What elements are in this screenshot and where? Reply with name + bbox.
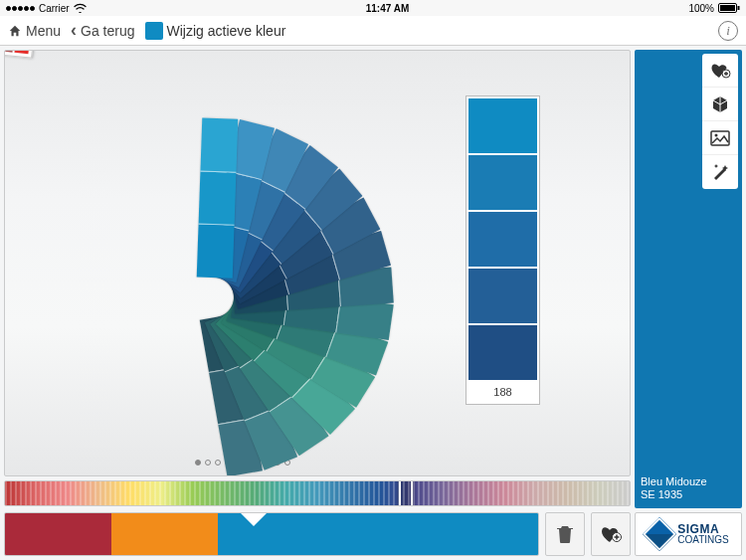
active-color-panel[interactable]: Bleu Midouze SE 1935 <box>635 50 742 508</box>
carrier-label: Carrier <box>39 3 70 14</box>
chevron-left-icon: ‹ <box>71 20 77 41</box>
magic-wand-icon <box>710 162 730 182</box>
page-dot[interactable] <box>205 460 211 466</box>
active-color-code: SE 1935 <box>641 488 736 502</box>
heart-plus-icon <box>600 525 622 543</box>
sigma-logo-icon <box>643 517 676 551</box>
fan-blade[interactable] <box>197 117 239 278</box>
page-title: Wijzig actieve kleur <box>167 23 286 39</box>
active-color-chip <box>145 22 163 40</box>
menu-label: Menu <box>26 23 61 39</box>
swatch-strip-label: 188 <box>468 382 537 402</box>
swatch-cell[interactable] <box>468 98 537 153</box>
heart-plus-icon <box>709 62 731 80</box>
page-dot[interactable] <box>215 460 221 466</box>
palette-active-notch <box>240 512 268 526</box>
back-button[interactable]: ‹ Ga terug <box>71 20 134 41</box>
app-navbar: Menu ‹ Ga terug Wijzig actieve kleur i <box>0 16 746 46</box>
home-icon <box>8 24 22 38</box>
clock-label: 11:47 AM <box>366 3 410 14</box>
active-color-name: Bleu Midouze <box>641 475 736 489</box>
battery-label: 100% <box>688 3 714 14</box>
fan-stage[interactable]: 188 <box>4 50 631 476</box>
brand-sub: COATINGS <box>677 534 728 545</box>
delete-palette-button[interactable] <box>545 512 585 556</box>
cube-icon <box>710 94 730 114</box>
favorite-palette-button[interactable] <box>591 512 631 556</box>
ios-status-bar: Carrier 11:47 AM 100% <box>0 0 746 16</box>
fan-cover-card[interactable] <box>4 50 49 59</box>
back-label: Ga terug <box>81 23 134 39</box>
magic-button[interactable] <box>702 155 738 189</box>
hue-slider[interactable] <box>4 480 631 506</box>
add-favorite-button[interactable] <box>702 54 738 88</box>
trash-icon <box>556 524 574 544</box>
info-button[interactable]: i <box>718 21 738 41</box>
swatch-cell[interactable] <box>468 155 537 210</box>
swatch-cell[interactable] <box>468 325 537 380</box>
hue-slider-handle[interactable] <box>399 480 413 506</box>
svg-point-6 <box>715 133 718 136</box>
signal-icon <box>6 6 35 11</box>
battery-icon <box>718 3 740 13</box>
wifi-icon <box>74 3 87 13</box>
swatch-cell[interactable] <box>468 212 537 267</box>
page-dot[interactable] <box>195 460 201 466</box>
swatch-cell[interactable] <box>468 269 537 323</box>
photo-button[interactable] <box>702 121 738 155</box>
svg-rect-2 <box>738 6 740 10</box>
palette-color[interactable] <box>5 513 111 555</box>
brand-logo-box: SIGMA COATINGS <box>635 512 742 556</box>
picture-icon <box>710 130 730 146</box>
view-3d-button[interactable] <box>702 88 738 121</box>
svg-rect-1 <box>720 5 735 11</box>
swatch-strip[interactable]: 188 <box>466 95 540 405</box>
svg-rect-5 <box>711 131 729 145</box>
title-area: Wijzig actieve kleur <box>145 22 286 40</box>
menu-button[interactable]: Menu <box>8 23 61 39</box>
palette-color[interactable] <box>111 513 218 555</box>
color-tools <box>702 54 738 189</box>
palette-tray[interactable] <box>4 512 539 556</box>
